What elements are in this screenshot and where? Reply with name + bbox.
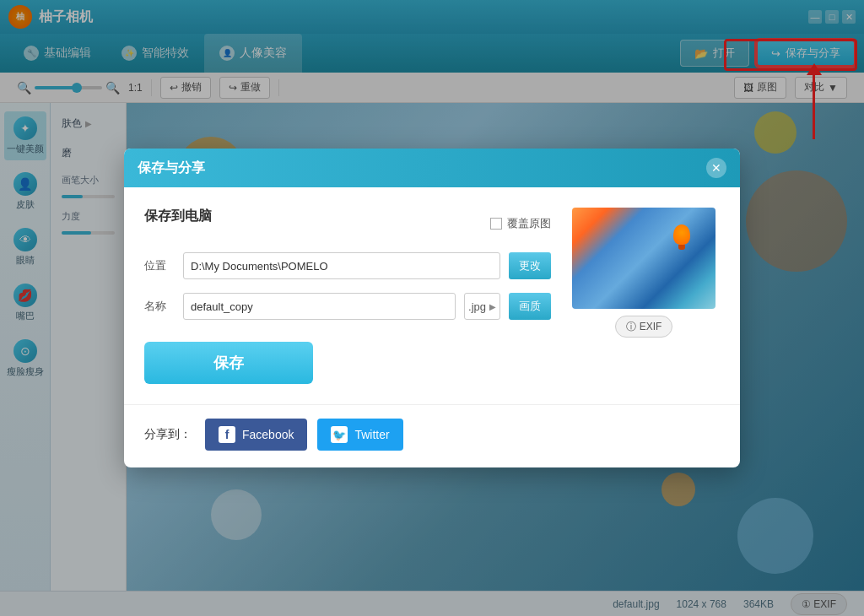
facebook-button[interactable]: f Facebook <box>205 419 307 451</box>
save-button[interactable]: 保存 <box>144 342 313 384</box>
dialog-close-button[interactable]: ✕ <box>706 158 726 178</box>
quality-button[interactable]: 画质 <box>509 293 551 320</box>
preview-image <box>572 208 716 309</box>
dialog-title: 保存与分享 <box>138 159 706 177</box>
name-label: 名称 <box>144 299 175 314</box>
save-share-dialog: 保存与分享 ✕ 保存到电脑 覆盖原图 位置 更改 <box>124 149 740 467</box>
twitter-button[interactable]: 🐦 Twitter <box>317 419 402 451</box>
twitter-icon: 🐦 <box>331 426 348 443</box>
location-label: 位置 <box>144 258 175 273</box>
balloon-decoration <box>673 224 690 245</box>
save-section-header: 保存到电脑 覆盖原图 <box>144 208 551 239</box>
name-input[interactable] <box>183 293 456 320</box>
dialog-footer: 分享到： f Facebook 🐦 Twitter <box>124 404 740 467</box>
cover-original-label[interactable]: 覆盖原图 <box>490 216 551 231</box>
dialog-header: 保存与分享 ✕ <box>124 149 740 187</box>
share-label: 分享到： <box>144 427 192 442</box>
dialog-left-panel: 保存到电脑 覆盖原图 位置 更改 名称 <box>144 208 551 384</box>
info-icon: ⓘ <box>626 320 636 334</box>
location-row: 位置 更改 <box>144 252 551 279</box>
dialog-body: 保存到电脑 覆盖原图 位置 更改 名称 <box>124 187 740 404</box>
ext-text: .jpg <box>468 300 486 313</box>
save-section-title: 保存到电脑 <box>144 208 212 225</box>
preview-image-inner <box>572 208 716 309</box>
modal-overlay: 保存与分享 ✕ 保存到电脑 覆盖原图 位置 更改 <box>0 0 864 616</box>
exif-button[interactable]: ⓘ EXIF <box>615 316 673 338</box>
cover-original-checkbox[interactable] <box>490 218 502 230</box>
ext-arrow-icon: ▶ <box>489 302 496 311</box>
facebook-icon: f <box>219 426 235 443</box>
extension-selector[interactable]: .jpg ▶ <box>464 293 500 320</box>
location-input[interactable] <box>183 252 500 279</box>
dialog-right-panel: ⓘ EXIF <box>568 208 720 384</box>
name-row: 名称 .jpg ▶ 画质 <box>144 293 551 320</box>
change-location-button[interactable]: 更改 <box>509 252 551 279</box>
